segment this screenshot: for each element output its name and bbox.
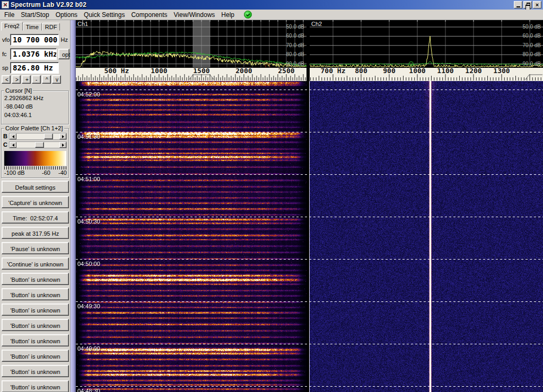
contrast-scrollbar[interactable] xyxy=(9,141,67,148)
tune-minus-button[interactable]: - xyxy=(32,75,41,84)
custom-button-6[interactable]: 'Button' is unknown xyxy=(2,350,69,362)
time-button[interactable]: Time: 02:52:07.4 xyxy=(2,211,69,224)
contrast-left-arrow[interactable] xyxy=(10,142,16,148)
menu-start-stop[interactable]: Start/Stop xyxy=(21,11,49,19)
menu-quick-settings[interactable]: Quick Settings xyxy=(84,11,125,19)
custom-button-8[interactable]: 'Button' is unknown xyxy=(2,380,69,392)
vfo-label: vfo xyxy=(2,37,10,43)
freq-tick-label: 1500 xyxy=(193,67,209,75)
spectrum-ch1[interactable]: Ch150.0 dB60.0 dB70.0 dB80.0 dB90.0 dB xyxy=(76,20,306,67)
tune-plus-button[interactable]: + xyxy=(22,75,31,84)
color-palette-group: Color Palette [Ch 1+2] B C xyxy=(1,128,69,178)
titlebar: Spectrum Lab V2.92 b02 × xyxy=(0,0,543,10)
time-marker-line xyxy=(76,386,543,387)
tune-left-button[interactable]: < xyxy=(2,75,11,84)
spectrum-graphs: Ch150.0 dB60.0 dB70.0 dB80.0 dB90.0 dB C… xyxy=(76,20,543,67)
ruler-svg-ch2[interactable]: 700 Hz8009001000110012001300 xyxy=(310,67,543,81)
left-arrow-icon xyxy=(12,144,14,147)
tab-rdf[interactable]: RDF xyxy=(42,23,60,31)
minimize-button[interactable] xyxy=(514,1,522,8)
channel-label-ch2: Ch2 xyxy=(311,21,322,27)
waterfall-timestamp: 04:51:30 xyxy=(77,133,100,140)
tab-time[interactable]: Time xyxy=(23,23,42,31)
panel-splitter[interactable] xyxy=(71,20,76,392)
db-tick-label: 70.0 dB xyxy=(515,42,541,48)
contrast-thumb[interactable] xyxy=(35,142,44,148)
control-panel: Freq2 Time RDF vfo 10 700 000 Hz fc 1.03… xyxy=(0,20,71,392)
menu-components[interactable]: Components xyxy=(131,11,167,19)
db-tick-label: 90.0 dB xyxy=(515,61,541,67)
waterfall-timestamp: 04:50:30 xyxy=(77,218,100,225)
frequency-ruler-ch1[interactable]: 500 Hz1000150020002500 xyxy=(76,67,306,81)
freq-tick-label: 1100 xyxy=(437,67,453,75)
waterfall-timestamp: 04:49:00 xyxy=(77,345,100,352)
default-settings-button[interactable]: Default settings xyxy=(2,181,69,193)
restore-button[interactable] xyxy=(523,1,532,8)
right-arrow-icon xyxy=(62,135,64,138)
cursor-group: Cursor [N] 2.2926862 kHz -98.040 dB 04:0… xyxy=(1,91,69,124)
tune-right-button[interactable]: > xyxy=(12,75,21,84)
brightness-scrollbar[interactable] xyxy=(9,133,67,140)
channel-divider-line xyxy=(309,81,310,392)
contrast-right-arrow[interactable] xyxy=(59,142,66,148)
vfo-row: vfo 10 700 000 Hz xyxy=(0,34,71,46)
brightness-left-arrow[interactable] xyxy=(10,133,16,139)
tune-down-button[interactable]: v xyxy=(52,75,61,84)
time-marker-line xyxy=(76,301,543,302)
fc-input[interactable]: 1.0376 kHz xyxy=(10,48,57,60)
sp-row: sp 826.80 Hz xyxy=(0,62,71,74)
menu-view-windows[interactable]: View/Windows xyxy=(174,11,215,19)
continue-button[interactable]: 'Continue' is unknown xyxy=(2,257,69,270)
time-marker-line xyxy=(76,217,543,217)
menubar: File Start/Stop Options Quick Settings C… xyxy=(0,10,543,20)
time-marker-line xyxy=(76,344,543,344)
vfo-input[interactable]: 10 700 000 xyxy=(10,34,59,46)
freq-tick-label: 500 Hz xyxy=(104,67,129,75)
freq-tick-label: 1000 xyxy=(151,67,167,75)
waterfall-ch2[interactable] xyxy=(310,81,543,392)
minimize-icon xyxy=(516,6,520,7)
pause-button[interactable]: 'Pause' is unknown xyxy=(2,242,69,254)
spectrum-lab-window: Spectrum Lab V2.92 b02 × File Start/Stop… xyxy=(0,0,543,392)
freq-tick-label: 1000 xyxy=(409,67,425,75)
tune-up-button[interactable]: ^ xyxy=(42,75,51,84)
spectrum-ch2[interactable]: Ch250.0 dB60.0 dB70.0 dB80.0 dB90.0 dB xyxy=(310,20,543,67)
freq-tick-label: 1300 xyxy=(493,67,510,75)
display-area: Ch150.0 dB60.0 dB70.0 dB80.0 dB90.0 dB C… xyxy=(76,20,543,392)
custom-button-5[interactable]: 'Button' is unknown xyxy=(2,334,69,346)
waterfall-timestamp: 04:49:30 xyxy=(77,303,100,309)
custom-button-7[interactable]: 'Button' is unknown xyxy=(2,365,69,377)
tab-freq2[interactable]: Freq2 xyxy=(1,22,23,31)
freq-tick-label: 700 Hz xyxy=(321,67,346,75)
time-marker-line xyxy=(76,132,543,132)
waterfall-ch1[interactable] xyxy=(76,81,306,392)
opt-button[interactable]: opt xyxy=(58,49,69,59)
palette-scale-max: -40 xyxy=(58,170,67,176)
menu-file[interactable]: File xyxy=(4,11,14,19)
app-icon xyxy=(2,1,9,8)
brightness-row: B xyxy=(3,133,67,140)
waterfall-timestamp: 04:51:00 xyxy=(77,176,100,182)
spectrum-plot-ch1[interactable] xyxy=(76,20,306,67)
tune-buttons: < > + - ^ v xyxy=(2,75,61,84)
menu-options[interactable]: Options xyxy=(56,11,77,19)
brightness-right-arrow[interactable] xyxy=(59,133,66,139)
capture-button[interactable]: 'Capture' is unknown xyxy=(2,196,69,208)
menu-help[interactable]: Help xyxy=(221,11,234,19)
ruler-svg-ch1[interactable]: 500 Hz1000150020002500 xyxy=(76,67,306,81)
freq-tick-label: 2500 xyxy=(278,67,294,75)
custom-button-2[interactable]: 'Button' is unknown xyxy=(2,288,69,300)
spectrum-plot-ch2[interactable] xyxy=(310,20,543,67)
custom-button-4[interactable]: 'Button' is unknown xyxy=(2,319,69,331)
custom-button-1[interactable]: 'Button' is unknown xyxy=(2,273,69,285)
custom-button-3[interactable]: 'Button' is unknown xyxy=(2,304,69,316)
frequency-ruler-ch2[interactable]: 700 Hz8009001000110012001300 xyxy=(310,67,543,81)
cursor-group-title: Cursor [N] xyxy=(4,87,33,94)
peak-button[interactable]: peak at 317.95 Hz xyxy=(2,227,69,239)
sp-input[interactable]: 826.80 Hz xyxy=(10,62,59,74)
close-button[interactable]: × xyxy=(533,1,541,8)
brightness-thumb[interactable] xyxy=(44,133,53,139)
right-arrow-icon xyxy=(62,144,64,147)
window-title: Spectrum Lab V2.92 b02 xyxy=(11,1,86,8)
freq-tick-label: 1200 xyxy=(465,67,481,75)
